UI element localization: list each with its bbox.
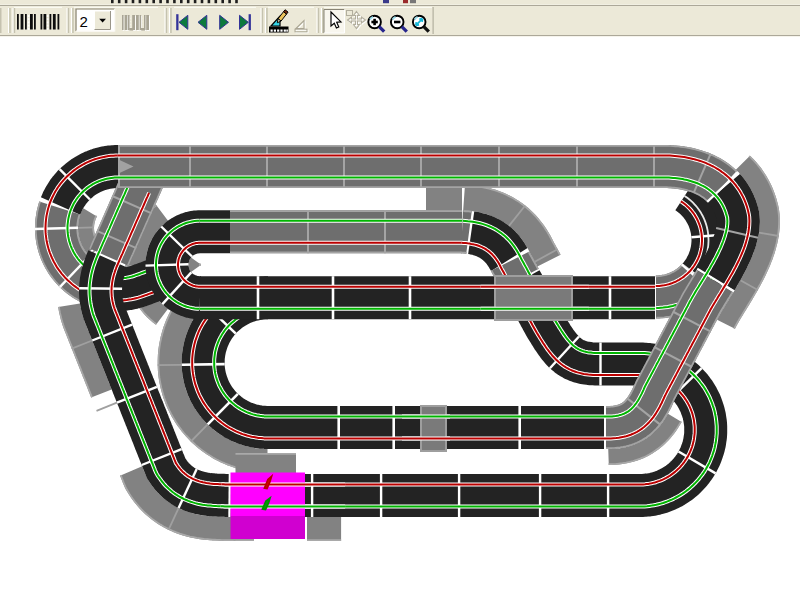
svg-text:2: 2 xyxy=(80,13,88,30)
